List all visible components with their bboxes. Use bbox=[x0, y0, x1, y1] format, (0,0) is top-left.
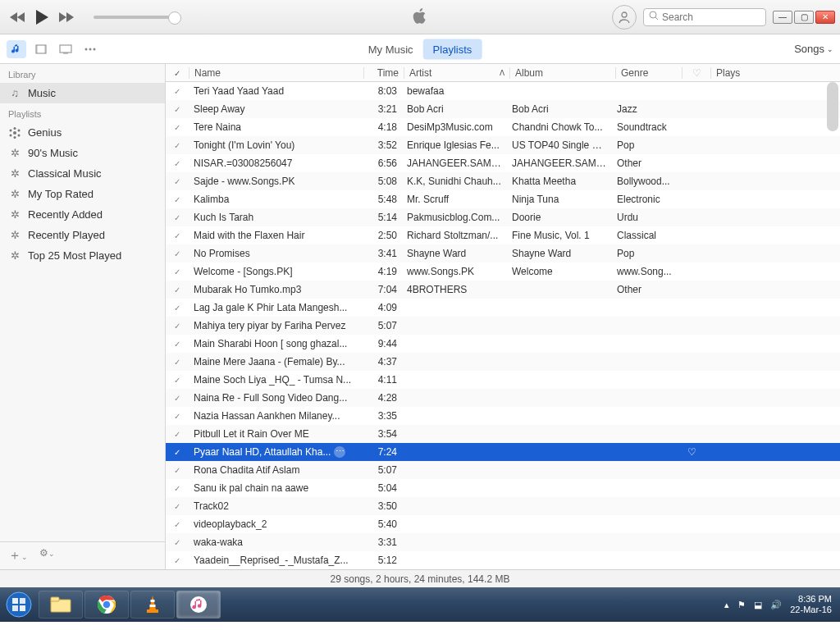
table-row[interactable]: videoplayback_25:40 bbox=[166, 515, 840, 533]
table-row[interactable]: Main Sharabi Hoon [ song ghazal...9:44 bbox=[166, 335, 840, 353]
more-icon[interactable]: ⋯ bbox=[334, 446, 345, 458]
tv-view-icon[interactable] bbox=[56, 40, 75, 58]
row-check[interactable] bbox=[166, 410, 189, 422]
table-row[interactable]: Mubarak Ho Tumko.mp37:044BROTHERSOther bbox=[166, 281, 840, 299]
row-check[interactable] bbox=[166, 374, 189, 386]
row-check[interactable] bbox=[166, 428, 189, 440]
column-name[interactable]: Name bbox=[189, 67, 363, 79]
row-check[interactable] bbox=[166, 121, 189, 133]
row-check[interactable] bbox=[166, 446, 189, 458]
taskbar-explorer[interactable] bbox=[39, 591, 83, 619]
previous-track-button[interactable] bbox=[10, 11, 26, 23]
tray-volume-icon[interactable]: 🔊 bbox=[770, 600, 782, 610]
table-body[interactable]: Teri Yaad Yaad Yaad8:03bewafaaSleep Away… bbox=[166, 82, 840, 569]
more-views-icon[interactable] bbox=[80, 40, 100, 58]
table-row[interactable]: Tonight (I'm Lovin' You)3:52Enrique Igle… bbox=[166, 136, 840, 154]
row-check[interactable] bbox=[166, 194, 189, 205]
taskbar-vlc[interactable] bbox=[130, 591, 175, 619]
column-time[interactable]: Time bbox=[364, 67, 404, 79]
column-checked[interactable] bbox=[166, 67, 189, 79]
row-check[interactable] bbox=[166, 500, 189, 512]
row-check[interactable] bbox=[166, 320, 189, 331]
table-row[interactable]: Sajde - www.Songs.PK5:08K.K, Sunidhi Cha… bbox=[166, 172, 840, 190]
row-check[interactable] bbox=[166, 392, 189, 404]
music-view-icon[interactable] bbox=[7, 40, 26, 58]
table-row[interactable]: Naina Re - Full Song Video Dang...4:28 bbox=[166, 389, 840, 407]
table-row[interactable]: Rona Chadita Atif Aslam5:07 bbox=[166, 461, 840, 479]
row-check[interactable] bbox=[166, 266, 189, 277]
next-track-button[interactable] bbox=[57, 11, 74, 23]
table-row[interactable]: Maine Mere Jaana - (Female) By...4:37 bbox=[166, 353, 840, 371]
tab-playlists[interactable]: Playlists bbox=[423, 39, 482, 59]
table-row[interactable]: Lag Ja gale K Phir Lata Mangesh...4:09 bbox=[166, 299, 840, 317]
row-check[interactable] bbox=[166, 103, 189, 115]
sidebar-playlist-item[interactable]: ✲90's Music bbox=[0, 143, 165, 163]
play-button[interactable] bbox=[34, 9, 49, 25]
table-row[interactable]: Pyaar Naal HD, Attaullah Kha... ⋯7:24♡ bbox=[166, 443, 840, 461]
table-row[interactable]: NISAR.=030082560476:56JAHANGEER.SAMO...J… bbox=[166, 154, 840, 172]
row-loved[interactable]: ♡ bbox=[678, 446, 705, 458]
taskbar-itunes[interactable] bbox=[176, 591, 221, 619]
tab-my-music[interactable]: My Music bbox=[358, 39, 423, 59]
start-button[interactable] bbox=[0, 587, 38, 622]
table-row[interactable]: No Promises3:41Shayne WardShayne WardPop bbox=[166, 244, 840, 262]
column-artist[interactable]: Artistᐱ bbox=[404, 67, 509, 79]
row-check[interactable] bbox=[166, 536, 189, 548]
row-check[interactable] bbox=[166, 338, 189, 349]
table-row[interactable]: Mahiya tery piyar by Fariha Pervez5:07 bbox=[166, 317, 840, 335]
table-row[interactable]: Teri Yaad Yaad Yaad8:03bewafaa bbox=[166, 82, 840, 100]
tray-network-icon[interactable]: ⬓ bbox=[754, 600, 762, 610]
table-row[interactable]: Yaadein__Reprised_-_Mustafa_Z...5:12 bbox=[166, 551, 840, 569]
table-row[interactable]: Kalimba5:48Mr. ScruffNinja TunaElectroni… bbox=[166, 190, 840, 208]
row-check[interactable] bbox=[166, 176, 189, 187]
sidebar-playlist-item[interactable]: ✲Recently Played bbox=[0, 225, 165, 245]
table-row[interactable]: Sleep Away3:21Bob AcriBob AcriJazz bbox=[166, 100, 840, 118]
search-box[interactable] bbox=[643, 8, 766, 26]
sidebar-playlist-item[interactable]: ✲Recently Added bbox=[0, 204, 165, 225]
column-plays[interactable]: Plays bbox=[711, 67, 760, 79]
row-check[interactable] bbox=[166, 284, 189, 295]
sidebar-settings-button[interactable]: ⚙⌄ bbox=[39, 547, 55, 564]
row-check[interactable] bbox=[166, 464, 189, 476]
add-playlist-button[interactable]: ＋⌄ bbox=[8, 547, 28, 564]
movies-view-icon[interactable] bbox=[31, 40, 51, 58]
view-mode-dropdown[interactable]: Songs ⌄ bbox=[794, 43, 833, 55]
table-row[interactable]: Sanu ik pal chain na aawe5:04 bbox=[166, 479, 840, 497]
table-row[interactable]: Tere Naina4:18DesiMp3Music.comChandni Ch… bbox=[166, 118, 840, 136]
sidebar-playlist-item[interactable]: ✲Classical Music bbox=[0, 163, 165, 184]
sidebar-item-music[interactable]: ♫ Music bbox=[0, 83, 165, 103]
row-check[interactable] bbox=[166, 139, 189, 151]
row-check[interactable] bbox=[166, 248, 189, 259]
table-row[interactable]: waka-waka3:31 bbox=[166, 533, 840, 551]
sidebar-playlist-item[interactable]: ✲Top 25 Most Played bbox=[0, 245, 165, 266]
minimize-button[interactable]: — bbox=[773, 11, 792, 24]
taskbar-clock[interactable]: 8:36 PM 22-Mar-16 bbox=[790, 594, 832, 615]
table-row[interactable]: Maid with the Flaxen Hair2:50Richard Sto… bbox=[166, 226, 840, 244]
row-check[interactable] bbox=[166, 518, 189, 530]
taskbar-chrome[interactable] bbox=[84, 591, 129, 619]
table-row[interactable]: Maine Soch Liya _HQ_ - Tumsa N...4:11 bbox=[166, 371, 840, 389]
close-button[interactable]: ✕ bbox=[815, 11, 835, 24]
column-genre[interactable]: Genre bbox=[616, 67, 682, 79]
table-row[interactable]: Welcome - [Songs.PK]4:19www.Songs.PKWelc… bbox=[166, 262, 840, 281]
table-row[interactable]: Track023:50 bbox=[166, 497, 840, 515]
row-check[interactable] bbox=[166, 212, 189, 223]
row-check[interactable] bbox=[166, 302, 189, 313]
column-loved[interactable]: ♡ bbox=[682, 67, 710, 79]
scrollbar-thumb[interactable] bbox=[827, 82, 838, 131]
row-check[interactable] bbox=[166, 555, 189, 566]
sidebar-playlist-item[interactable]: ✲My Top Rated bbox=[0, 184, 165, 204]
row-check[interactable] bbox=[166, 482, 189, 494]
row-check[interactable] bbox=[166, 230, 189, 241]
search-input[interactable] bbox=[662, 11, 760, 23]
table-row[interactable]: Pitbull Let it Rain Over ME3:54 bbox=[166, 425, 840, 443]
maximize-button[interactable]: ▢ bbox=[794, 11, 814, 24]
volume-slider[interactable] bbox=[94, 16, 176, 19]
row-check[interactable] bbox=[166, 158, 189, 169]
table-row[interactable]: Kuch Is Tarah5:14Pakmusicblog.Com...Door… bbox=[166, 208, 840, 226]
table-row[interactable]: Nazia Hassan Aankhen Milaney...3:35 bbox=[166, 407, 840, 425]
column-album[interactable]: Album bbox=[510, 67, 615, 79]
sidebar-playlist-item[interactable]: Genius bbox=[0, 122, 165, 143]
tray-flag-icon[interactable]: ⚑ bbox=[737, 600, 746, 610]
account-button[interactable] bbox=[612, 5, 637, 30]
